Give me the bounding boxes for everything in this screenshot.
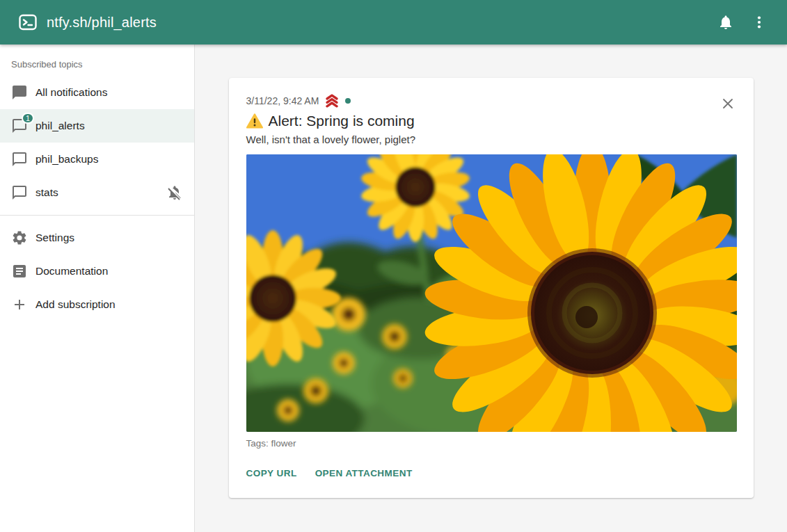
sidebar-item-label: stats [35, 186, 58, 199]
sidebar-item-phil-alerts[interactable]: 1 phil_alerts [0, 109, 194, 143]
ntfy-terminal-logo-icon [19, 13, 37, 31]
notifications-bell-icon[interactable] [709, 6, 742, 39]
priority-max-icon [324, 94, 340, 108]
sidebar-item-all-notifications[interactable]: All notifications [0, 76, 194, 109]
tags-label: Tags: flower [246, 438, 736, 449]
chat-bubble-outline-icon [11, 184, 28, 201]
sidebar-item-phil-backups[interactable]: phil_backups [0, 143, 194, 176]
gear-icon [11, 229, 28, 246]
sidebar-item-label: All notifications [35, 86, 107, 99]
notification-card: 3/11/22, 9:42 AM [229, 78, 754, 498]
sidebar-item-add-subscription[interactable]: Add subscription [0, 288, 194, 321]
card-actions: COPY URL OPEN ATTACHMENT [246, 464, 736, 487]
app-bar: ntfy.sh/phil_alerts [0, 0, 787, 45]
bell-off-icon [166, 184, 183, 201]
sidebar-item-label: phil_backups [35, 153, 98, 166]
notification-title-text: Alert: Spring is coming [269, 113, 415, 129]
sidebar-item-label: phil_alerts [35, 120, 85, 132]
copy-url-button[interactable]: COPY URL [246, 464, 297, 483]
sidebar-item-label: Settings [35, 232, 74, 244]
plus-icon [11, 296, 28, 313]
chat-bubble-filled-icon [11, 84, 28, 101]
chat-bubble-outline-icon: 1 [11, 118, 28, 134]
attachment-image[interactable] [246, 154, 737, 432]
sidebar-item-settings[interactable]: Settings [0, 221, 194, 255]
unread-count-badge: 1 [22, 113, 34, 124]
notification-body: Well, isn't that a lovely flower, piglet… [246, 134, 736, 145]
sidebar-item-stats[interactable]: stats [0, 176, 194, 209]
page-title: ntfy.sh/phil_alerts [47, 15, 157, 31]
warning-emoji-icon [246, 113, 263, 129]
notification-title: Alert: Spring is coming [246, 113, 736, 129]
sidebar-item-documentation[interactable]: Documentation [0, 255, 194, 288]
sidebar-item-label: Add subscription [35, 298, 116, 311]
notification-timestamp: 3/11/22, 9:42 AM [246, 95, 319, 106]
article-icon [11, 263, 28, 280]
notification-meta-row: 3/11/22, 9:42 AM [246, 94, 736, 108]
open-attachment-button[interactable]: OPEN ATTACHMENT [315, 464, 413, 483]
unread-dot-icon [345, 98, 351, 104]
overflow-menu-icon[interactable] [742, 6, 776, 39]
subscribed-topics-label: Subscribed topics [0, 59, 194, 76]
sidebar-divider [0, 215, 194, 216]
close-icon[interactable] [720, 95, 736, 112]
chat-bubble-outline-icon [11, 151, 28, 168]
main-content: 3/11/22, 9:42 AM [195, 45, 787, 532]
sidebar-item-label: Documentation [35, 265, 108, 277]
sidebar: Subscribed topics All notifications 1 ph… [0, 45, 195, 532]
